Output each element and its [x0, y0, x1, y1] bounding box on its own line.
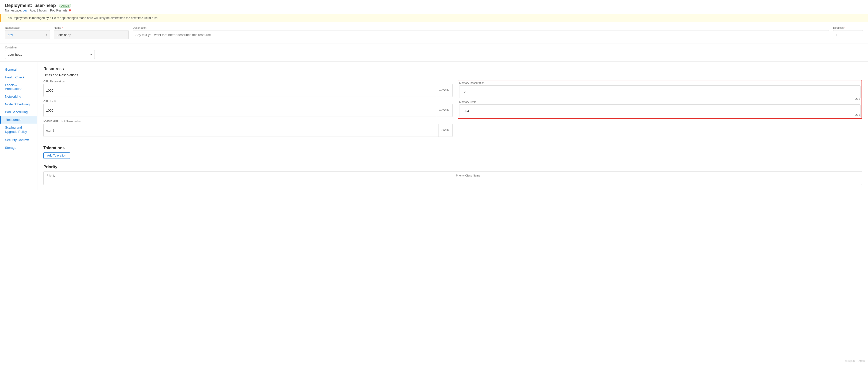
memory-reservation-inner: [459, 85, 861, 99]
pod-restarts-label: Pod Restarts:: [50, 9, 68, 12]
priority-input[interactable]: [46, 178, 450, 182]
namespace-link[interactable]: dev: [23, 9, 27, 12]
memory-reservation-label: Memory Reservation: [459, 81, 861, 84]
cpu-limit-unit: mCPUs: [436, 104, 453, 117]
add-toleration-button[interactable]: Add Toleration: [43, 152, 70, 159]
container-value: user-heap: [8, 53, 90, 56]
chevron-down-icon: ▾: [46, 33, 47, 36]
priority-class-input[interactable]: [456, 178, 859, 182]
resources-section-title: Resources: [43, 67, 862, 71]
memory-limit-inner: [459, 104, 861, 117]
cpu-reservation-input[interactable]: [44, 84, 436, 96]
memory-limit-row: Memory Limit: [459, 101, 861, 117]
nvidia-gpu-unit: GPUs: [438, 124, 453, 137]
page-title: Deployment: user-heap Active: [5, 3, 863, 8]
active-badge: Active: [59, 4, 71, 8]
cpu-limit-wrap: mCPUs: [43, 104, 453, 117]
memory-limit-wrap: [459, 104, 861, 117]
age-value: 2 hours: [37, 9, 46, 12]
tolerations-title: Tolerations: [43, 146, 862, 150]
sidebar-item-general[interactable]: General: [0, 66, 37, 74]
limits-subsection-title: Limits and Reservations: [43, 73, 862, 77]
namespace-group: Namespace dev ▾: [5, 26, 50, 39]
priority-class-field: Priority Class Name: [453, 171, 862, 185]
sidebar-item-storage[interactable]: Storage: [0, 144, 37, 151]
cpu-reservation-row: CPU Reservation mCPUs: [43, 80, 453, 97]
sidebar-item-networking[interactable]: Networking: [0, 93, 37, 101]
description-input[interactable]: [133, 30, 829, 39]
cpu-limit-label: CPU Limit: [43, 100, 453, 103]
name-group: Name *: [54, 26, 129, 39]
replicas-input[interactable]: [833, 30, 863, 39]
memory-reservation-row: Memory Reservation: [459, 81, 861, 99]
replicas-label-text: Replicas *: [833, 26, 863, 29]
cpu-reservation-unit: mCPUs: [436, 84, 453, 96]
priority-class-label: Priority Class Name: [456, 174, 859, 177]
main-layout: General Health Check Labels & Annotation…: [0, 62, 868, 190]
warning-banner: This Deployment is managed by a Helm app…: [0, 14, 868, 22]
warning-text: This Deployment is managed by a Helm app…: [6, 16, 158, 20]
age-label: Age:: [30, 9, 36, 12]
page-subtitle: Namespace: dev Age: 2 hours Pod Restarts…: [5, 9, 863, 12]
namespace-field[interactable]: dev ▾: [5, 30, 50, 39]
chevron-down-icon: ▾: [90, 52, 92, 56]
cpu-reservation-label: CPU Reservation: [43, 80, 453, 83]
pod-restarts-value: 6: [69, 9, 71, 12]
namespace-value: dev: [8, 33, 46, 37]
name-label-text: Name *: [54, 26, 129, 29]
sidebar-item-health-check[interactable]: Health Check: [0, 74, 37, 81]
priority-section: Priority Priority Priority Class Name: [43, 165, 862, 185]
priority-grid: Priority Priority Class Name: [43, 171, 862, 185]
tolerations-section: Tolerations Add Toleration: [43, 146, 862, 159]
resource-col-right: Memory Reservation Memory Limit: [453, 80, 862, 140]
sidebar-item-labels-annotations[interactable]: Labels & Annotations: [0, 81, 37, 93]
memory-limit-input[interactable]: [460, 108, 860, 114]
resource-name: user-heap: [34, 3, 56, 8]
priority-label: Priority: [46, 174, 450, 177]
desc-group: Description: [133, 26, 829, 39]
container-row: Container user-heap ▾: [0, 44, 868, 62]
sidebar-item-security-context[interactable]: Security Context: [0, 136, 37, 144]
cpu-reservation-wrap: mCPUs: [43, 84, 453, 97]
priority-field: Priority: [44, 171, 453, 185]
resource-grid: CPU Reservation mCPUs CPU Limit mCPUs: [43, 80, 862, 140]
top-form: Namespace dev ▾ Name * Description Repli…: [0, 22, 868, 44]
namespace-label: Namespace:: [5, 9, 22, 12]
priority-section-title: Priority: [43, 165, 862, 169]
content-area: Resources Limits and Reservations CPU Re…: [37, 62, 868, 190]
sidebar-item-resources[interactable]: Resources: [0, 116, 37, 123]
page-header: Deployment: user-heap Active Namespace: …: [0, 0, 868, 14]
nvidia-gpu-input[interactable]: [44, 124, 438, 137]
memory-reservation-input[interactable]: [460, 89, 860, 95]
sidebar-item-scaling-upgrade[interactable]: Scaling and Upgrade Policy: [0, 123, 37, 136]
nvidia-gpu-label: NVIDIA GPU Limit/Reservation: [43, 120, 453, 123]
memory-reservation-wrap: [459, 85, 861, 99]
sidebar: General Health Check Labels & Annotation…: [0, 62, 37, 190]
sidebar-item-pod-scheduling[interactable]: Pod Scheduling: [0, 108, 37, 116]
nvidia-gpu-row: NVIDIA GPU Limit/Reservation GPUs: [43, 120, 453, 137]
sidebar-item-node-scheduling[interactable]: Node Scheduling: [0, 101, 37, 108]
deployment-label: Deployment:: [5, 3, 32, 8]
cpu-limit-row: CPU Limit mCPUs: [43, 100, 453, 117]
container-label: Container: [5, 46, 863, 49]
memory-limit-label: Memory Limit: [459, 101, 861, 103]
nvidia-gpu-wrap: GPUs: [43, 124, 453, 137]
cpu-limit-input[interactable]: [44, 104, 436, 117]
desc-label-text: Description: [133, 26, 829, 29]
resource-col-left: CPU Reservation mCPUs CPU Limit mCPUs: [43, 80, 453, 140]
container-select[interactable]: user-heap ▾: [5, 50, 95, 59]
memory-highlight-box: Memory Reservation Memory Limit: [458, 80, 862, 119]
replicas-group: Replicas *: [833, 26, 863, 39]
namespace-label-text: Namespace: [5, 26, 50, 29]
name-input[interactable]: [54, 30, 129, 39]
